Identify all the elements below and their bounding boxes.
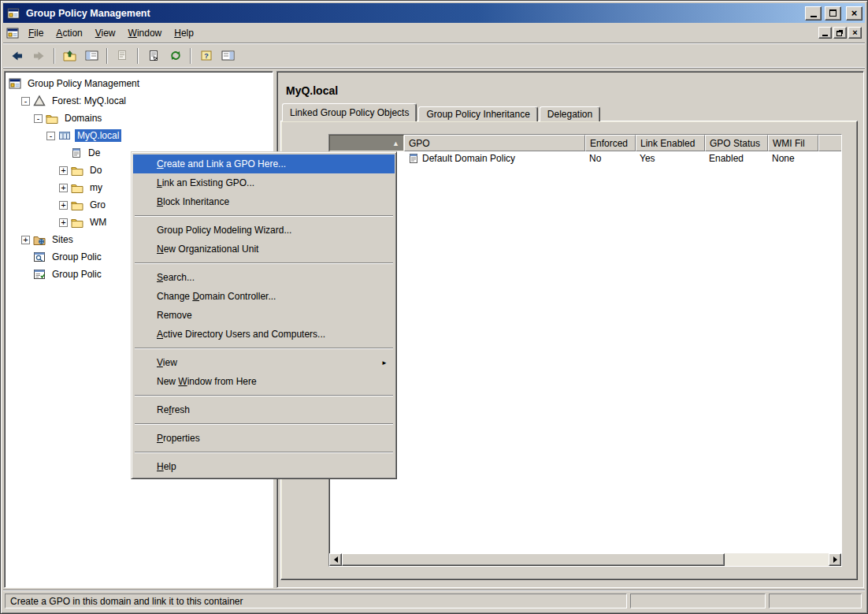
mdi-close-button[interactable]: × — [848, 27, 862, 39]
column-filler — [818, 135, 842, 151]
gpo-icon — [408, 153, 419, 164]
menu-item-remove[interactable]: Remove — [133, 306, 395, 325]
expand-icon[interactable]: + — [59, 166, 68, 175]
tree-item-label: Forest: MyQ.local — [50, 95, 128, 107]
app-icon[interactable] — [7, 7, 20, 20]
expand-icon[interactable]: + — [59, 218, 68, 227]
tree-item-group-policy-management[interactable]: Group Policy Management — [5, 75, 273, 92]
show-hide-console-tree-button[interactable] — [82, 47, 102, 65]
menu-item-new-organizational-unit[interactable]: New Organizational Unit — [133, 240, 395, 259]
sites-folder-icon — [33, 235, 46, 245]
menu-item-help[interactable]: Help — [133, 457, 395, 476]
window-title: Group Policy Management — [26, 8, 802, 19]
column-gpo-status[interactable]: GPO Status — [705, 135, 768, 151]
tab-delegation[interactable]: Delegation — [540, 106, 600, 121]
tab-strip: Linked Group Policy Objects Group Policy… — [282, 103, 602, 121]
column-link-order[interactable]: ▲ — [329, 135, 404, 151]
menu-separator — [135, 395, 393, 396]
tree-item-label: my — [87, 181, 105, 194]
domain-icon — [58, 129, 71, 142]
up-one-level-icon — [63, 50, 76, 61]
properties-button[interactable] — [143, 47, 163, 65]
menu-item-change-domain-controller[interactable]: Change Domain Controller... — [133, 287, 395, 306]
list-header: ▲ GPO Enforced Link Enabled GPO Status W… — [329, 135, 842, 151]
collapse-icon[interactable]: - — [46, 132, 55, 140]
mdi-minimize-button[interactable] — [818, 27, 832, 39]
scroll-left-button[interactable] — [329, 553, 342, 566]
gpo-name: Default Domain Policy — [422, 153, 515, 164]
close-button[interactable]: × — [846, 6, 862, 20]
tree-item-label: Group Polic — [50, 268, 104, 281]
menu-item-new-window-from-here[interactable]: New Window from Here — [133, 372, 395, 391]
folder-icon — [71, 166, 83, 176]
menu-item-search[interactable]: Search... — [133, 268, 395, 287]
maximize-button[interactable] — [825, 6, 841, 20]
table-row[interactable]: Default Domain Policy No Yes Enabled Non… — [329, 151, 842, 166]
refresh-icon — [169, 50, 182, 61]
tree-item-domains[interactable]: - Domains — [5, 110, 273, 127]
tree-item-domain-myq-local[interactable]: - MyQ.local — [5, 127, 273, 144]
menu-file[interactable]: File — [22, 25, 50, 41]
minimize-button[interactable] — [805, 6, 822, 20]
column-wmi-filter[interactable]: WMI Fil — [768, 135, 818, 151]
restore-icon — [836, 31, 842, 36]
back-button[interactable] — [7, 47, 27, 65]
up-one-level-button[interactable] — [60, 47, 80, 65]
refresh-button[interactable] — [165, 47, 185, 65]
console-icon — [9, 77, 21, 90]
expand-icon[interactable]: + — [59, 201, 68, 210]
menu-item-refresh[interactable]: Refresh — [133, 400, 395, 419]
menubar: File Action View Window Help × — [3, 23, 865, 43]
svg-text:?: ? — [204, 52, 209, 60]
menu-item-properties[interactable]: Properties — [133, 429, 395, 448]
menu-view[interactable]: View — [89, 25, 122, 41]
submenu-arrow-icon: ► — [381, 359, 388, 367]
menu-item-active-directory-users-and-computers[interactable]: Active Directory Users and Computers... — [133, 325, 395, 344]
properties-icon — [147, 50, 160, 61]
folder-icon — [46, 113, 58, 124]
titlebar[interactable]: Group Policy Management × — [3, 3, 865, 23]
tab-group-policy-inheritance[interactable]: Group Policy Inheritance — [418, 106, 537, 121]
tab-linked-group-policy-objects[interactable]: Linked Group Policy Objects — [282, 103, 417, 121]
menu-item-block-inheritance[interactable]: Block Inheritance — [133, 192, 395, 211]
collapse-icon[interactable]: - — [34, 114, 43, 123]
back-icon — [10, 50, 24, 62]
menu-separator — [135, 215, 393, 217]
mdi-restore-button[interactable] — [833, 27, 847, 39]
collapse-icon[interactable]: - — [21, 97, 30, 106]
scroll-right-button[interactable] — [829, 553, 841, 566]
help-button[interactable]: ? — [196, 47, 216, 65]
tree-item-forest[interactable]: - Forest: MyQ.local — [5, 92, 273, 110]
status-text: Create a GPO in this domain and link it … — [5, 594, 627, 608]
scrollbar-thumb[interactable] — [342, 553, 725, 566]
menu-item-group-policy-modeling-wizard[interactable]: Group Policy Modeling Wizard... — [133, 221, 395, 240]
show-hide-action-pane-button[interactable] — [218, 47, 238, 65]
horizontal-scrollbar[interactable] — [329, 553, 841, 566]
expand-icon[interactable]: + — [21, 236, 30, 244]
menu-action[interactable]: Action — [50, 25, 88, 41]
help-icon: ? — [200, 50, 213, 61]
menu-help[interactable]: Help — [168, 25, 200, 41]
toolbar-separator — [137, 48, 139, 64]
export-list-icon — [117, 50, 129, 61]
expand-icon[interactable]: + — [59, 184, 68, 192]
tree-item-label: Domains — [62, 112, 104, 125]
cell-gpo: Default Domain Policy — [404, 153, 585, 164]
group-policy-results-icon — [33, 269, 46, 280]
menu-item-view[interactable]: View► — [133, 353, 395, 372]
menu-item-link-existing-gpo[interactable]: Link an Existing GPO... — [133, 173, 395, 192]
maximize-icon — [829, 9, 836, 17]
toolbar-separator — [190, 48, 191, 64]
menu-window[interactable]: Window — [122, 25, 169, 41]
console-icon[interactable] — [6, 27, 19, 39]
page-title: MyQ.local — [286, 84, 338, 97]
folder-icon — [71, 200, 83, 210]
column-link-enabled[interactable]: Link Enabled — [636, 135, 705, 151]
menu-item-create-and-link-gpo[interactable]: Create and Link a GPO Here... — [133, 154, 395, 173]
status-panel-2 — [630, 594, 766, 608]
sort-ascending-icon: ▲ — [392, 140, 399, 147]
tree-item-label: Do — [87, 164, 104, 177]
menu-separator — [135, 423, 393, 425]
column-gpo[interactable]: GPO — [404, 135, 585, 151]
column-enforced[interactable]: Enforced — [585, 135, 636, 151]
